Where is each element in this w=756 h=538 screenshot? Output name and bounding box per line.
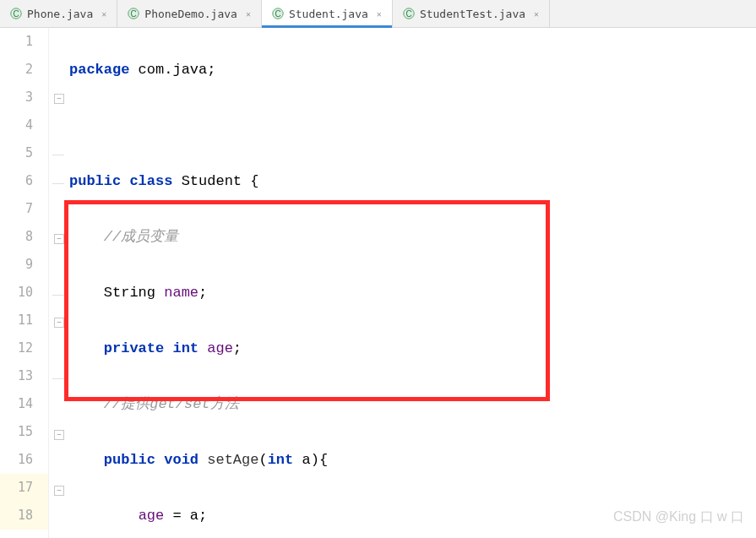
line-number: 5 — [0, 139, 33, 167]
line-number: 6 — [0, 167, 33, 195]
fold-guide — [52, 377, 64, 379]
tab-bar: C Phone.java ✕ C PhoneDemo.java ✕ C Stud… — [0, 0, 756, 28]
line-number: 9 — [0, 251, 33, 279]
fold-icon[interactable]: − — [54, 430, 64, 440]
tab-studenttest[interactable]: C StudentTest.java ✕ — [393, 0, 550, 27]
line-number: 11 — [0, 307, 33, 334]
code-line: package com.java; — [69, 56, 756, 84]
tab-phone[interactable]: C Phone.java ✕ — [0, 0, 117, 27]
fold-guide — [52, 153, 64, 155]
close-icon[interactable]: ✕ — [377, 9, 382, 19]
code-line: //成员变量 — [69, 223, 756, 251]
fold-icon[interactable]: − — [54, 318, 64, 328]
svg-text:C: C — [275, 9, 280, 19]
editor: 1 2 3 4 5 6 7 8 9 10 11 12 13 14 15 16 1… — [0, 28, 756, 538]
java-class-icon: C — [272, 8, 284, 19]
close-icon[interactable]: ✕ — [101, 9, 106, 19]
fold-icon[interactable]: − — [54, 486, 64, 496]
line-number: 2 — [0, 56, 33, 84]
line-number: 17 — [0, 474, 48, 502]
svg-text:C: C — [131, 9, 137, 19]
code-line: //提供get/set方法 — [69, 390, 756, 418]
line-number: 13 — [0, 362, 33, 390]
svg-text:C: C — [13, 9, 19, 19]
code-line: private int age; — [69, 334, 756, 362]
svg-text:C: C — [405, 9, 411, 19]
close-icon[interactable]: ✕ — [534, 9, 539, 19]
line-number: 1 — [0, 28, 33, 56]
java-class-icon: C — [10, 8, 22, 19]
gutter: 1 2 3 4 5 6 7 8 9 10 11 12 13 14 15 16 1… — [0, 28, 49, 538]
line-number: 10 — [0, 279, 33, 307]
code-area[interactable]: package com.java; public class Student {… — [69, 28, 756, 538]
tab-phonedemo[interactable]: C PhoneDemo.java ✕ — [117, 0, 262, 27]
fold-guide — [52, 182, 64, 184]
tab-student[interactable]: C Student.java ✕ — [262, 0, 393, 27]
line-number: 14 — [0, 390, 33, 418]
tab-label: Student.java — [289, 8, 368, 20]
fold-icon[interactable]: − — [54, 94, 64, 104]
java-class-icon: C — [128, 8, 139, 19]
line-number: 16 — [0, 446, 33, 474]
tab-label: PhoneDemo.java — [144, 8, 237, 20]
tab-label: StudentTest.java — [420, 8, 525, 20]
code-line: public class Student { — [69, 167, 756, 195]
line-number: 15 — [0, 418, 33, 446]
java-class-icon: C — [403, 8, 415, 19]
code-line — [69, 111, 756, 139]
watermark: CSDN @King 口 w 口 — [613, 508, 744, 526]
line-number: 4 — [0, 111, 33, 139]
line-number: 8 — [0, 223, 33, 251]
line-number: 7 — [0, 195, 33, 223]
tab-label: Phone.java — [27, 8, 93, 20]
code-line: public void setAge(int a){ — [69, 446, 756, 474]
line-number: 12 — [0, 334, 33, 362]
fold-column: − − − − − — [49, 28, 69, 538]
code-line: String name; — [69, 279, 756, 307]
line-number: 18 — [0, 502, 48, 530]
fold-icon[interactable]: − — [54, 234, 64, 244]
fold-guide — [52, 293, 64, 296]
close-icon[interactable]: ✕ — [246, 9, 251, 19]
line-number: 3 — [0, 84, 33, 111]
